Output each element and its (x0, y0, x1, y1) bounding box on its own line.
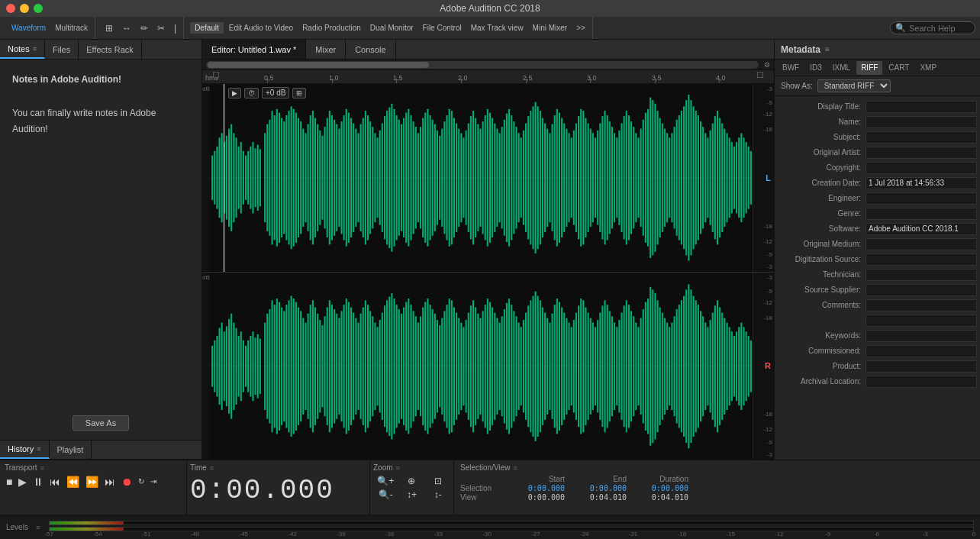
svg-rect-192 (669, 137, 670, 218)
fastforward-button[interactable]: ⏩ (84, 475, 100, 489)
meta-field-label: Original Medium: (778, 238, 866, 248)
meta-tab-id3[interactable]: ID3 (805, 61, 827, 75)
select-tool-button[interactable]: ↔ (118, 21, 135, 35)
minimize-button[interactable] (20, 4, 29, 13)
meta-field-value[interactable] (866, 253, 977, 266)
zoom-menu-icon[interactable]: ≡ (396, 464, 400, 472)
search-input[interactable] (909, 24, 970, 33)
tab-playlist[interactable]: Playlist (50, 441, 92, 459)
meta-field-value[interactable] (866, 162, 977, 174)
meta-tab-xmp[interactable]: XMP (915, 61, 941, 75)
svg-rect-248 (257, 334, 259, 398)
meta-field-value[interactable]: 1 Jul 2018 at 14:56:33 (866, 177, 977, 189)
meta-field-value[interactable] (866, 131, 977, 144)
tab-effects-rack[interactable]: Effects Rack (79, 40, 142, 59)
meta-field-value[interactable] (866, 192, 977, 205)
workspace-default[interactable]: Default (190, 22, 224, 34)
channel-toolbar: ▶ ⏱ +0 dB ⊞ (228, 87, 306, 98)
db-label-neg3-top: -3 (767, 86, 772, 92)
levels-menu-icon[interactable]: ≡ (36, 524, 40, 531)
metadata-menu-icon[interactable]: ≡ (825, 45, 830, 53)
ruler-start-marker[interactable] (213, 72, 219, 78)
zoom-out-v-button[interactable]: ↕- (426, 489, 450, 501)
meta-field-value[interactable] (866, 147, 977, 159)
svg-rect-429 (693, 295, 695, 437)
tab-files[interactable]: Files (45, 40, 79, 59)
meta-field-value[interactable] (866, 269, 977, 281)
svg-rect-302 (388, 296, 390, 435)
zoom-in-h-button[interactable]: 🔍+ (373, 475, 398, 487)
meta-field-value[interactable] (866, 360, 977, 373)
zoom-in-v-button[interactable]: ↕+ (399, 489, 424, 501)
meta-tab-cart[interactable]: CART (884, 61, 914, 75)
workspace-dual[interactable]: Dual Monitor (366, 22, 417, 34)
meta-tab-riff[interactable]: RIFF (856, 61, 882, 75)
pause-button[interactable]: ⏸ (31, 475, 45, 489)
stop-button[interactable]: ■ (5, 475, 14, 489)
tab-history-menu-icon[interactable]: ≡ (37, 445, 40, 453)
play-channel-button[interactable]: ▶ (228, 88, 241, 98)
meta-field-value[interactable] (866, 315, 977, 327)
zoom-in-sel-button[interactable]: ⊕ (399, 475, 424, 487)
tab-mixer[interactable]: Mixer (306, 40, 346, 59)
record-button[interactable]: ⏺ (120, 475, 134, 489)
meta-field-value[interactable] (866, 345, 977, 357)
svg-rect-142 (549, 133, 550, 222)
pencil-tool-button[interactable]: ✏ (137, 21, 152, 35)
workspace-mini[interactable]: Mini Mixer (529, 22, 572, 34)
cursor-tool-button[interactable]: | (170, 21, 180, 35)
timeline-scrollbar[interactable]: ⚙ (202, 60, 774, 70)
svg-rect-273 (319, 319, 321, 412)
workspace-more[interactable]: >> (572, 22, 589, 34)
next-button[interactable]: ⏭ (103, 475, 117, 489)
close-button[interactable] (6, 4, 15, 13)
zoom-out-h-button[interactable]: 🔍- (373, 489, 398, 501)
tab-editor[interactable]: Editor: Untitled 1.wav * (202, 40, 306, 59)
tab-console[interactable]: Console (346, 40, 395, 59)
clock-button[interactable]: ⏱ (244, 88, 259, 98)
meta-field-value[interactable] (866, 299, 977, 311)
maximize-button[interactable] (34, 4, 43, 13)
channel-settings-button[interactable]: ⊞ (292, 88, 306, 98)
meta-field-value[interactable] (866, 238, 977, 250)
move-tool-button[interactable]: ⊞ (102, 21, 117, 35)
zoom-full-button[interactable]: ⊡ (426, 475, 450, 487)
waveform-mode-button[interactable]: Waveform (8, 22, 50, 34)
ruler-end-marker[interactable] (757, 72, 763, 78)
timeline-scroll-thumb[interactable] (208, 62, 429, 68)
play-button[interactable]: ▶ (17, 475, 28, 489)
workspace-file[interactable]: File Control (419, 22, 466, 34)
meta-field-value[interactable] (866, 376, 977, 388)
meta-tab-bwf[interactable]: BWF (778, 61, 804, 75)
workspace-edit-audio[interactable]: Edit Audio to Video (225, 22, 297, 34)
prev-button[interactable]: ⏮ (48, 475, 62, 489)
workspace-max[interactable]: Max Track view (467, 22, 527, 34)
loop-button[interactable]: ↻ (137, 476, 146, 487)
selection-menu-icon[interactable]: ≡ (513, 464, 517, 472)
svg-rect-156 (582, 111, 584, 244)
razor-tool-button[interactable]: ✂ (153, 21, 169, 35)
multitrack-mode-button[interactable]: Multitrack (51, 22, 92, 34)
db-label-neg9-bottom: -9 (767, 288, 772, 295)
channel-bottom-canvas (210, 273, 753, 460)
meta-field-value[interactable] (866, 116, 977, 128)
meta-tab-ixml[interactable]: IXML (828, 61, 855, 75)
timeline-scroll-icon[interactable]: ⚙ (762, 60, 772, 69)
meta-field-value[interactable]: Adobe Audition CC 2018.1 (866, 223, 977, 235)
skip-button[interactable]: ⇥ (149, 476, 158, 487)
workspace-radio[interactable]: Radio Production (298, 22, 365, 34)
meta-field-value[interactable] (866, 330, 977, 342)
time-menu-icon[interactable]: ≡ (210, 464, 214, 472)
svg-rect-50 (329, 111, 330, 244)
metadata-tabs: BWF ID3 IXML RIFF CART XMP (775, 60, 980, 76)
transport-menu-icon[interactable]: ≡ (40, 464, 44, 472)
tab-history[interactable]: History ≡ (0, 441, 50, 459)
show-as-select[interactable]: Standard RIFF (817, 79, 891, 92)
rewind-button[interactable]: ⏪ (65, 475, 81, 489)
tab-notes[interactable]: Notes ≡ (0, 40, 45, 59)
tab-notes-menu-icon[interactable]: ≡ (33, 45, 37, 53)
save-as-button[interactable]: Save As (73, 415, 129, 431)
meta-field-value[interactable] (866, 284, 977, 296)
meta-field-value[interactable] (866, 101, 977, 113)
meta-field-value[interactable] (866, 208, 977, 220)
